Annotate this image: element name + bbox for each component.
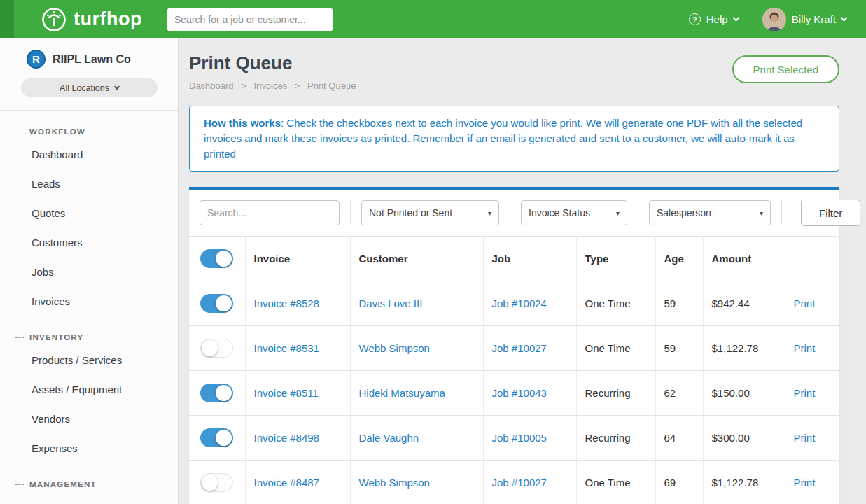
sidebar-item-leads[interactable]: Leads bbox=[0, 169, 178, 199]
sidebar-item-products-services[interactable]: Products / Services bbox=[0, 346, 178, 375]
table-row: Invoice #8498 Dale Vaughn Job #10005 Rec… bbox=[189, 416, 839, 461]
sidebar-item-jobs[interactable]: Jobs bbox=[0, 258, 178, 287]
toggle-knob bbox=[216, 295, 232, 312]
customer-link[interactable]: Hideki Matsuyama bbox=[359, 387, 445, 399]
section-dash-icon bbox=[15, 484, 24, 485]
print-link[interactable]: Print bbox=[794, 387, 816, 399]
row-select-toggle[interactable] bbox=[200, 428, 233, 447]
sidebar-item-customers[interactable]: Customers bbox=[0, 228, 178, 258]
invoice-status-select[interactable]: Invoice Status ▾ bbox=[521, 200, 627, 225]
invoice-table-body: Invoice #8528 Davis Love III Job #10024 … bbox=[189, 281, 839, 504]
sidebar-head: R RIIPL Lawn Co All Locations bbox=[0, 38, 178, 111]
job-link[interactable]: Job #10027 bbox=[492, 342, 547, 354]
help-menu[interactable]: ? Help bbox=[689, 13, 739, 25]
select-all-toggle[interactable] bbox=[200, 249, 233, 268]
section-dash-icon bbox=[15, 337, 24, 338]
job-link[interactable]: Job #10024 bbox=[492, 298, 547, 309]
type-cell: Recurring bbox=[576, 416, 655, 461]
sidebar-item-expenses[interactable]: Expenses bbox=[0, 434, 178, 463]
nav-section-label: INVENTORY bbox=[29, 333, 83, 342]
section-dash-icon bbox=[15, 132, 24, 132]
toggle-knob bbox=[216, 430, 232, 446]
table-row: Invoice #8531 Webb Simpson Job #10027 On… bbox=[189, 326, 839, 371]
nav-section-label: MANAGEMENT bbox=[29, 480, 97, 489]
page-title: Print Queue bbox=[189, 52, 356, 74]
invoice-link[interactable]: Invoice #8531 bbox=[254, 342, 319, 354]
filter-button[interactable]: Filter bbox=[801, 200, 860, 226]
column-header-customer: Customer bbox=[350, 237, 483, 281]
row-select-toggle[interactable] bbox=[200, 384, 233, 402]
sidebar-item-invoices[interactable]: Invoices bbox=[0, 287, 178, 316]
breadcrumb-separator: > bbox=[295, 80, 300, 91]
print-queue-panel: Not Printed or Sent ▾ Invoice Status ▾ S… bbox=[189, 187, 839, 504]
filter-bar: Not Printed or Sent ▾ Invoice Status ▾ S… bbox=[189, 190, 839, 236]
column-header-print bbox=[785, 237, 839, 281]
toggle-knob bbox=[216, 251, 232, 267]
info-text: : Check the checkboxes next to each invo… bbox=[204, 117, 802, 160]
breadcrumb-dashboard[interactable]: Dashboard bbox=[189, 80, 234, 91]
print-link[interactable]: Print bbox=[794, 342, 816, 354]
locations-label: All Locations bbox=[60, 83, 109, 93]
user-name: Billy Kraft bbox=[792, 13, 836, 25]
amount-cell: $1,122.78 bbox=[703, 461, 785, 504]
breadcrumb: Dashboard > Invoices > Print Queue bbox=[189, 80, 356, 91]
row-select-toggle[interactable] bbox=[200, 473, 233, 492]
job-link[interactable]: Job #10043 bbox=[492, 387, 547, 399]
amount-cell: $942.44 bbox=[703, 281, 785, 326]
brand[interactable]: turfhop bbox=[41, 6, 165, 33]
main-content: Print Queue Dashboard > Invoices > Print… bbox=[179, 38, 866, 504]
job-link[interactable]: Job #10027 bbox=[492, 477, 547, 489]
chevron-down-icon bbox=[841, 15, 848, 22]
age-cell: 59 bbox=[655, 281, 703, 326]
print-link[interactable]: Print bbox=[794, 477, 816, 489]
customer-link[interactable]: Webb Simpson bbox=[359, 342, 430, 354]
print-selected-button[interactable]: Print Selected bbox=[732, 55, 839, 83]
nav-section-label: WORKFLOW bbox=[29, 127, 85, 136]
customer-link[interactable]: Webb Simpson bbox=[359, 477, 430, 489]
invoice-link[interactable]: Invoice #8487 bbox=[254, 477, 319, 489]
nav-section-workflow: WORKFLOW bbox=[15, 127, 178, 136]
info-title: How this works bbox=[204, 117, 281, 129]
company-logo: R bbox=[27, 50, 46, 69]
sidebar-item-assets-equipment[interactable]: Assets / Equipment bbox=[0, 375, 178, 405]
age-cell: 64 bbox=[655, 416, 703, 461]
print-link[interactable]: Print bbox=[794, 298, 816, 309]
sidebar: R RIIPL Lawn Co All Locations WORKFLOWDa… bbox=[0, 38, 179, 504]
filter-search-input[interactable] bbox=[200, 200, 340, 225]
chevron-down-icon bbox=[114, 84, 120, 90]
invoice-link[interactable]: Invoice #8528 bbox=[254, 298, 319, 309]
job-link[interactable]: Job #10005 bbox=[492, 432, 547, 444]
nav-section-management: MANAGEMENT bbox=[15, 480, 178, 489]
column-header-invoice: Invoice bbox=[245, 237, 350, 281]
invoice-link[interactable]: Invoice #8498 bbox=[254, 432, 319, 444]
sidebar-item-vendors[interactable]: Vendors bbox=[0, 405, 178, 434]
salesperson-select[interactable]: Salesperson ▾ bbox=[649, 200, 771, 225]
table-header-row: Invoice Customer Job Type Age Amount bbox=[189, 237, 839, 281]
help-icon: ? bbox=[689, 13, 701, 25]
invoice-link[interactable]: Invoice #8511 bbox=[254, 387, 319, 399]
sidebar-item-dashboard[interactable]: Dashboard bbox=[0, 140, 178, 169]
sidebar-item-quotes[interactable]: Quotes bbox=[0, 199, 178, 228]
toggle-knob bbox=[202, 475, 218, 491]
type-cell: One Time bbox=[576, 461, 655, 504]
locations-selector[interactable]: All Locations bbox=[21, 78, 158, 97]
customer-link[interactable]: Davis Love III bbox=[359, 298, 423, 309]
column-header-age: Age bbox=[655, 237, 703, 281]
type-cell: Recurring bbox=[576, 371, 655, 416]
table-row: Invoice #8487 Webb Simpson Job #10027 On… bbox=[189, 461, 839, 504]
amount-cell: $1,122.78 bbox=[703, 326, 785, 371]
type-cell: One Time bbox=[576, 326, 655, 371]
amount-cell: $300.00 bbox=[703, 416, 785, 461]
sidebar-nav: WORKFLOWDashboardLeadsQuotesCustomersJob… bbox=[0, 127, 178, 504]
customer-link[interactable]: Dale Vaughn bbox=[359, 432, 419, 444]
breadcrumb-invoices[interactable]: Invoices bbox=[253, 80, 287, 91]
global-search-input[interactable] bbox=[167, 8, 333, 31]
row-select-toggle[interactable] bbox=[200, 294, 233, 313]
nav-section-inventory: INVENTORY bbox=[15, 333, 178, 342]
print-link[interactable]: Print bbox=[794, 432, 816, 444]
printed-status-select[interactable]: Not Printed or Sent ▾ bbox=[361, 200, 499, 225]
avatar bbox=[762, 8, 786, 31]
user-menu[interactable]: Billy Kraft bbox=[762, 8, 846, 31]
row-select-toggle[interactable] bbox=[200, 339, 233, 358]
amount-cell: $150.00 bbox=[703, 371, 785, 416]
